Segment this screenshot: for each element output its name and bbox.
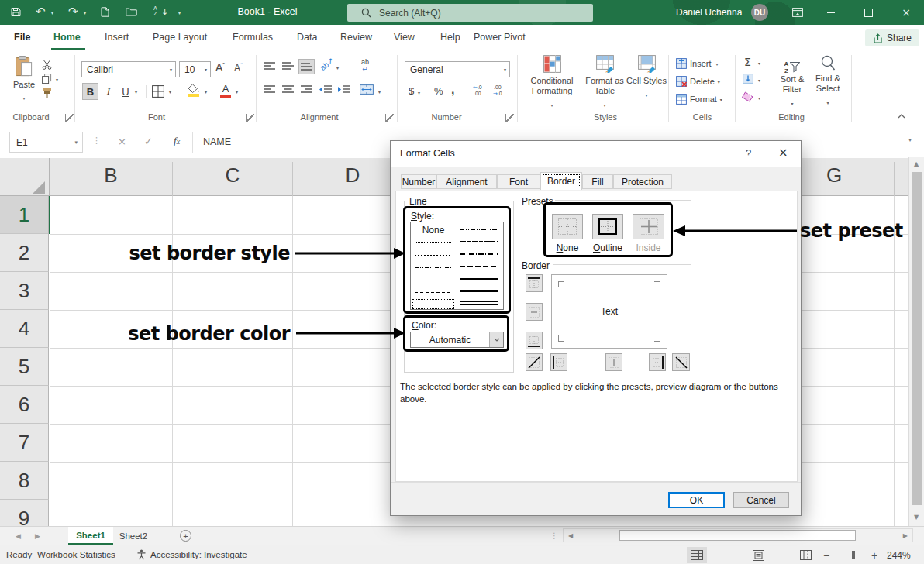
italic-button[interactable]: I — [102, 83, 115, 100]
autosum-chevron-icon[interactable]: ▾ — [758, 60, 760, 66]
dialog-help-icon[interactable]: ? — [746, 147, 751, 159]
bold-button[interactable]: B — [82, 83, 98, 100]
cancel-button[interactable]: Cancel — [733, 492, 789, 508]
accounting-chevron-icon[interactable]: ▾ — [418, 90, 420, 95]
conditional-formatting-button[interactable]: Conditional Formatting ▾ — [524, 55, 580, 110]
tab-insert[interactable]: Insert — [105, 32, 129, 43]
accounting-format-icon[interactable]: $ — [409, 85, 414, 97]
font-dialog-launcher-icon[interactable] — [246, 114, 254, 122]
font-family-combo[interactable]: Calibri ▾ — [81, 61, 176, 77]
fill-color-icon[interactable] — [188, 84, 200, 97]
clear-icon[interactable] — [742, 91, 753, 102]
share-button[interactable]: Share — [865, 29, 919, 46]
increase-indent-icon[interactable] — [338, 85, 350, 94]
expand-formula-bar-icon[interactable]: ▾ — [908, 136, 912, 143]
orientation-icon[interactable]: ab↗ — [319, 56, 336, 72]
cell-styles-button[interactable]: Cell Styles ▾ — [626, 55, 667, 100]
percent-style-icon[interactable]: % — [434, 85, 443, 97]
row-header-5[interactable]: 5 — [0, 348, 49, 386]
copy-icon[interactable] — [42, 74, 52, 84]
dialog-tab-alignment[interactable]: Alignment — [436, 174, 497, 189]
dialog-close-icon[interactable]: × — [778, 146, 788, 160]
top-border-button[interactable] — [526, 274, 543, 292]
row-header-1[interactable]: 1 — [0, 196, 49, 234]
align-top-icon[interactable] — [264, 62, 275, 70]
align-center-icon[interactable] — [282, 85, 294, 94]
undo-icon[interactable]: ↶ — [36, 5, 46, 19]
row-header-8[interactable]: 8 — [0, 462, 49, 500]
orientation-chevron-icon[interactable]: ▾ — [336, 65, 339, 70]
zoom-slider-thumb[interactable] — [852, 551, 855, 559]
fill-color-chevron-icon[interactable]: ▾ — [205, 89, 207, 95]
tab-review[interactable]: Review — [340, 32, 372, 43]
column-header-D[interactable]: D — [346, 163, 360, 187]
undo-menu-chevron-icon[interactable]: ▾ — [51, 10, 53, 15]
enter-entry-icon[interactable]: ✓ — [144, 136, 153, 147]
align-left-icon[interactable] — [264, 85, 275, 94]
wrap-text-icon[interactable]: ab↵ — [361, 59, 369, 73]
diagonal-up-border-button[interactable] — [526, 353, 543, 371]
sort-ascending-icon[interactable]: AZ — [153, 5, 157, 16]
name-box[interactable]: E1 ▾ — [9, 132, 83, 153]
sheet-tab-sheet1[interactable]: Sheet1 — [68, 527, 113, 545]
find-select-button[interactable]: Find & Select ▾ — [811, 55, 845, 108]
font-size-combo[interactable]: 10 ▾ — [179, 61, 211, 77]
autosum-icon[interactable]: Σ — [744, 56, 751, 68]
select-all-corner[interactable] — [0, 158, 50, 195]
ok-button[interactable]: OK — [668, 492, 725, 508]
decrease-decimal-icon[interactable]: .00→.0 — [493, 84, 502, 97]
vertical-scrollbar[interactable]: ▲ ▼ — [908, 157, 924, 526]
next-sheet-icon[interactable]: ▶ — [35, 532, 40, 540]
alignment-dialog-launcher-icon[interactable] — [385, 114, 394, 122]
formula-bar-value[interactable]: NAME — [203, 136, 231, 147]
sort-filter-button[interactable]: AZ Sort & Filter ▾ — [775, 55, 809, 108]
dialog-tab-protection[interactable]: Protection — [613, 174, 672, 189]
merge-center-chevron-icon[interactable]: ▾ — [378, 89, 381, 95]
close-button[interactable]: × — [888, 0, 924, 25]
column-header-G[interactable]: G — [826, 163, 842, 187]
accessibility-status[interactable]: Accessibility: Investigate — [150, 550, 247, 559]
comma-style-icon[interactable]: , — [451, 83, 454, 97]
add-sheet-icon[interactable]: + — [180, 530, 191, 542]
tab-help[interactable]: Help — [440, 32, 460, 43]
row-header-3[interactable]: 3 — [0, 272, 49, 310]
tab-home[interactable]: Home — [53, 32, 81, 43]
row-header-9[interactable]: 9 — [0, 500, 49, 526]
paste-button[interactable]: Paste ▾ — [8, 54, 40, 105]
dialog-tab-fill[interactable]: Fill — [582, 174, 613, 189]
new-file-icon[interactable] — [101, 7, 109, 17]
scroll-right-icon[interactable]: ▶ — [903, 532, 908, 539]
format-cells-button[interactable]: Format ▾ — [676, 94, 722, 105]
collapse-ribbon-icon[interactable] — [898, 113, 905, 120]
right-border-button[interactable] — [649, 353, 666, 371]
format-painter-icon[interactable] — [42, 88, 52, 98]
ribbon-display-options-icon[interactable] — [792, 8, 803, 17]
font-color-icon[interactable]: A — [220, 83, 231, 98]
number-format-combo[interactable]: General ▾ — [405, 61, 510, 77]
number-dialog-launcher-icon[interactable] — [505, 114, 514, 122]
underline-chevron-icon[interactable]: ▾ — [135, 89, 137, 95]
normal-view-icon[interactable] — [687, 547, 707, 563]
zoom-level[interactable]: 244% — [887, 550, 911, 561]
minimize-button[interactable] — [814, 0, 848, 25]
horizontal-scroll-thumb[interactable] — [619, 530, 856, 541]
inner-vertical-border-button[interactable] — [605, 353, 622, 371]
tab-page-layout[interactable]: Page Layout — [153, 32, 207, 43]
borders-chevron-icon[interactable]: ▾ — [169, 89, 171, 95]
borders-icon[interactable] — [152, 85, 164, 98]
page-break-preview-icon[interactable] — [795, 547, 815, 563]
inner-horizontal-border-button[interactable] — [526, 303, 543, 321]
border-preview-box[interactable]: Text — [551, 274, 667, 349]
insert-cells-button[interactable]: Insert ▾ — [676, 58, 719, 69]
splitter-dots-icon[interactable]: ⋮ — [550, 531, 558, 540]
user-name[interactable]: Daniel Uchenna — [676, 7, 742, 18]
column-header-C[interactable]: C — [226, 163, 240, 187]
sort-arrow-icon[interactable]: ↓ — [161, 7, 168, 17]
scroll-left-icon[interactable]: ◀ — [568, 532, 573, 539]
align-bottom-button[interactable] — [298, 59, 315, 74]
sheet-tab-sheet2[interactable]: Sheet2 — [113, 527, 153, 545]
drag-dots-icon[interactable]: ⋮ — [92, 136, 101, 146]
row-header-2[interactable]: 2 — [0, 234, 49, 272]
dialog-tab-number[interactable]: Number — [401, 174, 436, 189]
increase-decimal-icon[interactable]: ←.0.00 — [473, 84, 482, 97]
